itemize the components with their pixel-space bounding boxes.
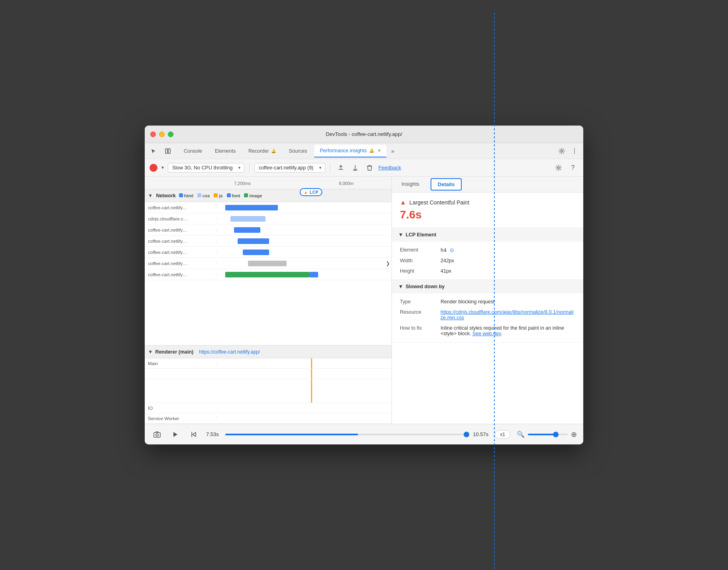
- bottom-bar: 7.53s 10.57s x1 🔍 ⊕: [145, 424, 583, 444]
- renderer-row-service-worker[interactable]: Service Worker: [145, 413, 392, 424]
- details-content: ▲ Largest Contentful Paint 7.6s ▼ LCP El…: [392, 193, 583, 424]
- detail-value-type: Render blocking request: [441, 299, 575, 305]
- window-title: DevTools - coffee-cart.netlify.app/: [326, 131, 402, 137]
- settings-icon[interactable]: [556, 145, 567, 157]
- tab-recorder[interactable]: Recorder 🔔: [243, 145, 281, 157]
- scrubber-container: [225, 434, 466, 435]
- tab-details[interactable]: Details: [431, 178, 462, 191]
- tab-performance-insights[interactable]: Performance insights 🔔 ×: [314, 145, 386, 157]
- slowed-down-section: ▼ Slowed down by Type Render blocking re…: [392, 280, 583, 342]
- toolbar-divider-1: [249, 163, 250, 173]
- tab-bar: Console Elements Recorder 🔔 Sources Perf…: [145, 143, 583, 159]
- see-web-dev-link[interactable]: See web.dev: [472, 331, 501, 336]
- network-section: ▼ Network html css js font image coffee-…: [145, 189, 392, 345]
- zoom-thumb[interactable]: [553, 432, 559, 437]
- slowed-down-header[interactable]: ▼ Slowed down by: [392, 280, 583, 293]
- network-row-timeline: [216, 247, 392, 257]
- detail-value-resource: https://cdnjs.cloudflare.com/ajax/libs/n…: [441, 309, 575, 320]
- slowed-down-rows: Type Render blocking request Resource ht…: [392, 293, 583, 342]
- network-row[interactable]: coffee-cart.netlify…: [145, 247, 392, 258]
- detail-row-type: Type Render blocking request: [392, 297, 583, 307]
- lcp-card: ▲ Largest Contentful Paint 7.6s: [392, 193, 583, 228]
- settings-icon-2[interactable]: [553, 162, 564, 173]
- network-row[interactable]: coffee-cart.netlify…: [145, 236, 392, 247]
- record-button[interactable]: [150, 164, 157, 172]
- upload-icon[interactable]: [335, 162, 346, 173]
- svg-point-4: [574, 152, 575, 153]
- record-dropdown-arrow[interactable]: ▼: [161, 165, 165, 170]
- skip-back-icon[interactable]: [188, 428, 200, 440]
- detail-row-element: Element h4 ⊙: [392, 245, 583, 256]
- tab-bar-left-icons: [148, 145, 173, 157]
- tab-elements[interactable]: Elements: [209, 145, 241, 157]
- network-bar: [243, 250, 269, 255]
- more-options-icon[interactable]: [569, 145, 580, 157]
- tab-insights[interactable]: Insights: [392, 177, 429, 192]
- network-row[interactable]: coffee-cart.netlify… ❯: [145, 258, 392, 269]
- help-icon[interactable]: ?: [567, 162, 578, 173]
- network-row[interactable]: coffee-cart.netlify…: [145, 269, 392, 280]
- network-row-label: coffee-cart.netlify…: [145, 228, 216, 232]
- zoom-out-icon[interactable]: 🔍: [517, 430, 525, 438]
- renderer-label: Main: [145, 361, 216, 366]
- feedback-link[interactable]: Feedback: [378, 165, 401, 171]
- renderer-label-io: IO: [145, 406, 216, 411]
- tab-bar-right: [556, 145, 580, 157]
- detail-value-how-to-fix: Inline critical styles required for the …: [441, 325, 575, 336]
- network-bar: [225, 272, 309, 277]
- legend-font: font: [227, 193, 240, 198]
- network-bar-small: [309, 272, 318, 277]
- time-mark-7200: 7,200ms: [234, 181, 251, 186]
- screenshot-icon[interactable]: [151, 428, 163, 440]
- renderer-toggle[interactable]: ▼: [148, 349, 153, 355]
- renderer-row-empty2: [145, 379, 392, 403]
- svg-point-3: [574, 150, 575, 151]
- resource-link[interactable]: https://cdnjs.cloudflare.com/ajax/libs/n…: [441, 309, 573, 320]
- scrubber-thumb[interactable]: [464, 432, 469, 437]
- zoom-fill: [528, 434, 556, 435]
- download-icon[interactable]: [350, 162, 361, 173]
- network-row-label: coffee-cart.netlify…: [145, 250, 216, 255]
- expand-row-icon[interactable]: ❯: [386, 261, 390, 266]
- lcp-badge[interactable]: ▲ LCP: [300, 188, 323, 196]
- lcp-marker[interactable]: ▲ LCP: [300, 188, 323, 196]
- network-row[interactable]: coffee-cart.netlify…: [145, 224, 392, 236]
- inspect-icon[interactable]: ⊙: [450, 247, 454, 253]
- network-throttle-wrapper: Slow 3G, No CPU throttling No throttling…: [168, 163, 244, 173]
- tab-console[interactable]: Console: [178, 145, 208, 157]
- network-throttle-select[interactable]: Slow 3G, No CPU throttling No throttling…: [168, 163, 244, 173]
- toolbar-divider-2: [330, 163, 331, 173]
- network-row-timeline: [216, 202, 392, 213]
- renderer-link[interactable]: https://coffee-cart.netlify.app/: [196, 349, 263, 355]
- network-bar: [234, 227, 260, 233]
- network-bar: [225, 205, 278, 210]
- renderer-row-main[interactable]: Main: [145, 358, 392, 369]
- network-toggle[interactable]: ▼: [148, 193, 153, 199]
- time-start: 7.53s: [206, 431, 219, 437]
- delete-icon[interactable]: [364, 162, 375, 173]
- lcp-element-header[interactable]: ▼ LCP Element: [392, 228, 583, 242]
- network-row[interactable]: cdnjs.cloudflare.c…: [145, 213, 392, 224]
- dock-icon[interactable]: [162, 145, 173, 157]
- detail-key-element: Element: [400, 247, 436, 253]
- tab-sources[interactable]: Sources: [283, 145, 313, 157]
- tab-close-icon[interactable]: ×: [378, 148, 381, 153]
- close-button[interactable]: [150, 132, 156, 137]
- maximize-button[interactable]: [168, 132, 173, 137]
- renderer-timeline-main: [216, 358, 392, 368]
- target-select[interactable]: coffee-cart.netlify.app (9) coffee-cart.…: [254, 163, 325, 173]
- scrubber[interactable]: [225, 434, 466, 435]
- speed-badge[interactable]: x1: [495, 430, 510, 439]
- right-tabs: Insights Details: [392, 177, 583, 193]
- zoom-in-icon[interactable]: ⊕: [571, 430, 577, 439]
- minimize-button[interactable]: [159, 132, 165, 137]
- network-row-label: coffee-cart.netlify…: [145, 205, 216, 210]
- detail-key-width: Width: [400, 258, 436, 263]
- zoom-slider[interactable]: [528, 434, 568, 435]
- network-rows: coffee-cart.netlify… cdnjs.cloudflare.c…: [145, 202, 392, 345]
- play-icon[interactable]: [169, 428, 181, 440]
- renderer-row-io[interactable]: IO: [145, 403, 392, 413]
- cursor-icon[interactable]: [148, 145, 159, 157]
- network-row[interactable]: coffee-cart.netlify…: [145, 202, 392, 213]
- tab-more-button[interactable]: »: [388, 146, 397, 156]
